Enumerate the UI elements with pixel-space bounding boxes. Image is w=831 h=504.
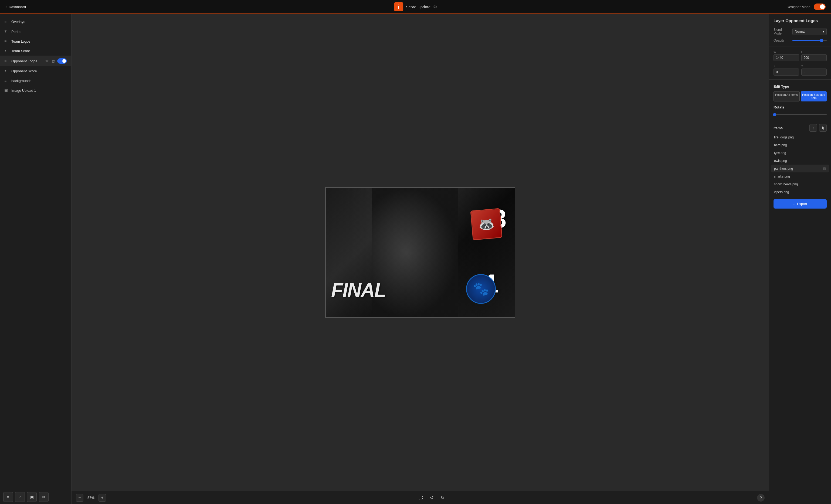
- xy-fields: X Y: [769, 63, 831, 77]
- sidebar-bottom-toolbar: ≡ T ▣ ⧉: [0, 490, 71, 504]
- zoom-controls: − 57% +: [76, 494, 106, 502]
- fit-button[interactable]: ⛶: [417, 494, 425, 502]
- list-icon: ≡: [7, 495, 9, 499]
- export-button[interactable]: ↓ Export: [774, 199, 827, 209]
- backgrounds-label: backgrounds: [11, 79, 67, 83]
- y-field-group: Y: [801, 64, 827, 76]
- team-score-icon: T: [4, 49, 9, 53]
- opponent-logos-delete-icon[interactable]: 🗑: [51, 59, 56, 64]
- height-input[interactable]: [801, 54, 827, 61]
- x-label: X: [774, 64, 799, 68]
- file-name-fire-dogs: fire_dogs.png: [774, 136, 821, 139]
- topbar-right: Designer Mode: [787, 3, 826, 10]
- file-item-snow-bears[interactable]: snow_bears.png 🗑: [771, 180, 829, 188]
- canvas-area: FINAL 3 1 🦝 🐾 −: [71, 14, 769, 504]
- panther-logo: 🐾: [466, 274, 496, 304]
- zoom-out-button[interactable]: −: [76, 494, 83, 502]
- rotate-slider[interactable]: [774, 114, 827, 115]
- opacity-slider[interactable]: [793, 40, 827, 41]
- opponent-score-label: Opponent Score: [11, 69, 67, 73]
- settings-icon[interactable]: ⚙: [433, 4, 437, 9]
- copy-tool-button[interactable]: ⧉: [39, 492, 49, 502]
- x-input[interactable]: [774, 68, 799, 76]
- back-arrow-icon: ‹: [5, 5, 6, 9]
- export-icon: ↓: [793, 202, 795, 206]
- sidebar-item-opponent-score[interactable]: T Opponent Score: [0, 66, 71, 76]
- sidebar-item-team-logos[interactable]: ≡ Team Logos: [0, 36, 71, 46]
- canvas-content[interactable]: FINAL 3 1 🦝 🐾: [326, 188, 515, 317]
- sidebar-item-period[interactable]: T Period: [0, 27, 71, 36]
- sort-icon: ⇅: [822, 126, 825, 130]
- x-field-group: X: [774, 64, 799, 76]
- blend-mode-dropdown[interactable]: Normal ▾: [793, 28, 827, 35]
- y-input[interactable]: [801, 68, 827, 76]
- image-icon: ▣: [30, 495, 34, 499]
- team-logos-label: Team Logos: [11, 39, 67, 43]
- sidebar-item-team-score[interactable]: T Team Score: [0, 46, 71, 56]
- opponent-score-icon: T: [4, 69, 9, 73]
- file-item-herd[interactable]: herd.png 🗑: [771, 141, 829, 149]
- undo-button[interactable]: ↺: [427, 494, 436, 502]
- zoom-in-button[interactable]: +: [98, 494, 106, 502]
- canvas-bottom-actions: ⛶ ↺ ↻: [417, 494, 447, 502]
- panel-divider-2: [769, 79, 831, 80]
- file-item-fire-dogs[interactable]: fire_dogs.png 🗑: [771, 133, 829, 141]
- opacity-label: Opacity: [774, 38, 790, 42]
- image-upload-label: Image Upload 1: [11, 89, 67, 93]
- upload-item-button[interactable]: ↑: [809, 124, 817, 132]
- help-button[interactable]: ?: [757, 494, 765, 502]
- redo-button[interactable]: ↻: [438, 494, 447, 502]
- sidebar-item-backgrounds[interactable]: ≡ backgrounds: [0, 76, 71, 86]
- rotate-row: [769, 111, 831, 117]
- dropdown-chevron-icon: ▾: [823, 30, 824, 33]
- sidebar-item-overlays[interactable]: ≡ Overlays 👁 🗑: [0, 16, 71, 27]
- sidebar-item-opponent-logos[interactable]: ≡ Opponent Logos 👁 🗑: [0, 56, 71, 66]
- overlays-delete-icon[interactable]: 🗑: [51, 19, 56, 24]
- position-selected-button[interactable]: Position Selected Item: [801, 91, 827, 101]
- team-score-label: Team Score: [11, 49, 67, 53]
- file-delete-panthers[interactable]: 🗑: [823, 167, 826, 171]
- items-header: Items ↑ ⇅: [769, 121, 831, 133]
- canvas-bottom-bar: − 57% + ⛶ ↺ ↻ ?: [71, 491, 769, 504]
- sidebar-item-image-upload[interactable]: ▣ Image Upload 1: [0, 86, 71, 95]
- position-all-button[interactable]: Position All Items: [774, 91, 800, 101]
- file-item-owls[interactable]: owls.png 🗑: [771, 157, 829, 165]
- file-name-vipers: vipers.png: [774, 190, 821, 194]
- app-title: Score Update: [406, 5, 431, 9]
- file-name-snow-bears: snow_bears.png: [774, 182, 821, 186]
- panel-title: Layer Opponent Logos: [769, 14, 831, 26]
- overlays-toggle[interactable]: [57, 19, 67, 24]
- width-input[interactable]: [774, 54, 799, 61]
- text-icon: T: [19, 495, 21, 499]
- overlays-eye-icon[interactable]: 👁: [45, 19, 49, 24]
- opponent-logos-icon: ≡: [4, 59, 9, 63]
- width-label: W: [774, 50, 799, 53]
- canvas-frame: FINAL 3 1 🦝 🐾: [325, 187, 515, 318]
- sort-items-button[interactable]: ⇅: [819, 124, 827, 132]
- image-tool-button[interactable]: ▣: [27, 492, 37, 502]
- file-item-lynx[interactable]: lynx.png 🗑: [771, 149, 829, 157]
- opponent-logos-toggle[interactable]: [57, 58, 67, 64]
- period-icon: T: [4, 30, 9, 34]
- sidebar-items-list: ≡ Overlays 👁 🗑 T Period ≡ Team Logos T T…: [0, 14, 71, 490]
- back-button[interactable]: ‹ Dashboard: [5, 5, 26, 9]
- rotate-label: Rotate: [769, 102, 831, 111]
- height-field-group: H: [801, 50, 827, 61]
- file-item-panthers[interactable]: panthers.png 🗑: [771, 165, 829, 172]
- designer-mode-toggle[interactable]: [814, 3, 826, 10]
- file-item-vipers[interactable]: vipers.png 🗑: [771, 188, 829, 196]
- file-item-sharks[interactable]: sharks.png 🗑: [771, 172, 829, 180]
- period-label: Period: [11, 30, 67, 34]
- text-tool-button[interactable]: T: [15, 492, 25, 502]
- zoom-in-icon: +: [101, 495, 103, 500]
- list-tool-button[interactable]: ≡: [3, 492, 13, 502]
- panel-divider-1: [769, 46, 831, 47]
- overlays-label: Overlays: [11, 20, 42, 24]
- sidebar: ≡ Overlays 👁 🗑 T Period ≡ Team Logos T T…: [0, 14, 71, 504]
- opponent-logos-eye-icon[interactable]: 👁: [45, 59, 49, 64]
- designer-mode-label: Designer Mode: [787, 5, 810, 9]
- opponent-logos-label: Opponent Logos: [11, 59, 42, 63]
- file-name-sharks: sharks.png: [774, 175, 821, 178]
- canvas-text-final: FINAL: [331, 279, 386, 301]
- backgrounds-icon: ≡: [4, 79, 9, 83]
